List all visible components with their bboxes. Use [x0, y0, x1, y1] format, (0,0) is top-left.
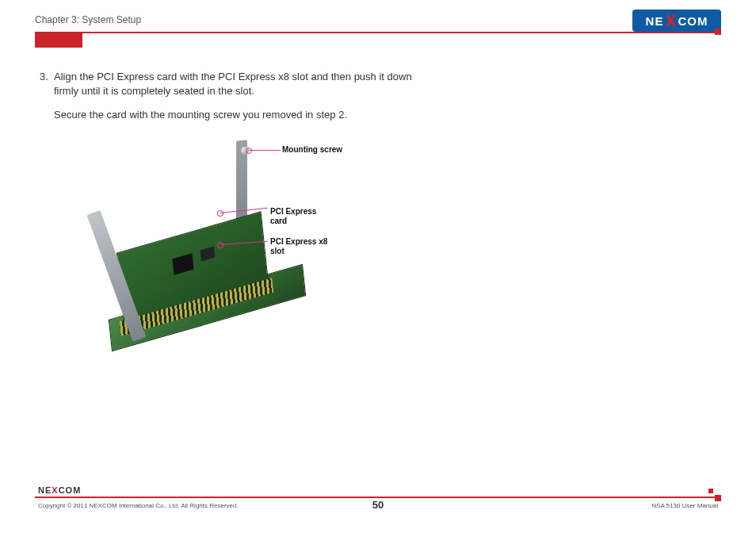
step-text-line2: Secure the card with the mounting screw … — [54, 108, 426, 122]
footer-brand-logo: NEXCOM — [38, 485, 81, 495]
chapter-title: Chapter 3: System Setup — [35, 14, 141, 25]
page-number: 50 — [0, 499, 756, 511]
step-number: 3. — [40, 70, 54, 123]
header-tab-accent — [35, 33, 82, 48]
step-text-line1: Align the PCI Express card with the PCI … — [54, 70, 426, 98]
footer-rule — [35, 497, 721, 498]
callout-pci-slot: PCI Express x8 slot — [270, 237, 342, 256]
footer-end-square-small — [708, 489, 713, 493]
header-rule — [35, 32, 721, 33]
brand-logo: NE COM — [632, 10, 721, 32]
callout-pci-card: PCI Express card — [270, 207, 326, 226]
step-text: Align the PCI Express card with the PCI … — [54, 70, 426, 123]
manual-name: NSA 5130 User Manual — [651, 502, 718, 509]
logo-text-right: COM — [678, 14, 708, 28]
content-area: 3. Align the PCI Express card with the P… — [40, 70, 721, 477]
logo-text-left: NE — [646, 14, 664, 28]
callout-leader-screw — [249, 150, 281, 151]
page-header: Chapter 3: System Setup NE COM — [35, 14, 721, 41]
instruction-step: 3. Align the PCI Express card with the P… — [40, 70, 721, 123]
footer-logo-right: COM — [59, 485, 82, 495]
footer-logo-left: NE — [38, 485, 52, 495]
logo-x-icon — [664, 14, 677, 27]
footer-logo-x: X — [52, 485, 58, 495]
header-end-square — [715, 29, 721, 35]
installation-figure: Mounting screw PCI Express card PCI Expr… — [54, 137, 387, 375]
callout-mounting-screw: Mounting screw — [282, 145, 342, 155]
